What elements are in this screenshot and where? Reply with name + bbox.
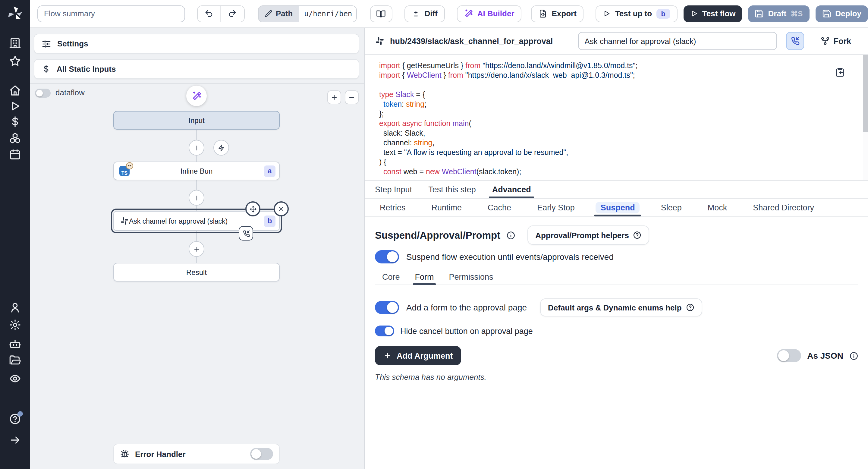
- help-notification-dot: [18, 411, 23, 416]
- flow-node-inline-bun[interactable]: TS Inline Bun a: [113, 162, 280, 180]
- insert-step-button[interactable]: [189, 140, 204, 156]
- play-icon: [9, 100, 21, 112]
- phone-incoming-icon: [242, 229, 250, 237]
- add-form-toggle[interactable]: [375, 301, 399, 314]
- copy-to-clipboard-icon[interactable]: [835, 67, 845, 77]
- tab-permissions[interactable]: Permissions: [449, 270, 493, 285]
- hide-cancel-toggle[interactable]: [375, 325, 394, 336]
- sidebar-item-resources[interactable]: [9, 132, 21, 144]
- pencil-icon: [264, 10, 272, 18]
- flow-node-approval-label: Ask channel for approval (slack): [129, 217, 227, 224]
- arrow-right-icon: [9, 434, 21, 446]
- suspend-approval-toggle-button[interactable]: [786, 32, 804, 50]
- all-static-inputs-button[interactable]: All Static Inputs: [34, 59, 359, 79]
- sidebar-item-schedules[interactable]: [9, 148, 21, 160]
- code-scrollbar-thumb[interactable]: [863, 55, 868, 132]
- export-button[interactable]: Export: [531, 5, 584, 22]
- ai-flow-button[interactable]: [186, 86, 207, 106]
- plus-icon: [193, 144, 200, 152]
- redo-button[interactable]: [221, 6, 244, 22]
- error-handler-toggle[interactable]: [250, 448, 273, 460]
- sidebar-item-help[interactable]: [9, 413, 21, 425]
- tab-shared-directory[interactable]: Shared Directory: [748, 199, 819, 216]
- sidebar-item-users[interactable]: [9, 302, 21, 313]
- as-json-toggle[interactable]: [777, 349, 801, 362]
- dollar-icon: [9, 116, 21, 128]
- redo-icon: [228, 9, 237, 18]
- as-json-label: As JSON: [807, 351, 843, 361]
- undo-redo-group: [197, 5, 244, 22]
- default-args-help-button[interactable]: Default args & Dynamic enums help: [540, 299, 702, 316]
- flow-settings-button[interactable]: Settings: [34, 34, 359, 54]
- draft-button[interactable]: Draft ⌘S: [748, 5, 809, 22]
- zoom-out-button[interactable]: [345, 90, 359, 104]
- windmill-logo[interactable]: [6, 5, 24, 23]
- all-static-inputs-label: All Static Inputs: [57, 64, 116, 73]
- code-editor[interactable]: import { getResumeUrls } from "https://d…: [365, 55, 868, 181]
- play-icon: [603, 10, 611, 18]
- flow-node-result[interactable]: Result: [113, 263, 280, 282]
- sidebar-item-settings[interactable]: [9, 319, 21, 331]
- sidebar-expand-button[interactable]: [9, 434, 21, 446]
- error-handler-row[interactable]: Error Handler: [113, 444, 280, 464]
- tab-early-stop[interactable]: Early Stop: [532, 199, 580, 216]
- step-title-input[interactable]: [578, 32, 777, 50]
- test-up-to-button[interactable]: Test up to b: [596, 5, 678, 22]
- sidebar-item-workspace[interactable]: [9, 37, 21, 49]
- dataflow-label: dataflow: [56, 88, 85, 97]
- path-button[interactable]: Path u/henri/ben: [258, 5, 356, 22]
- insert-step-button[interactable]: [189, 241, 204, 257]
- move-step-button[interactable]: [245, 201, 260, 216]
- flow-node-input[interactable]: Input: [113, 111, 280, 130]
- approval-prompt-helpers-button[interactable]: Approval/Prompt helpers: [527, 225, 650, 245]
- sidebar-item-home[interactable]: [9, 84, 21, 96]
- step-editor-header: hub/2439/slack/ask_channel_for_approval …: [365, 28, 868, 55]
- insert-step-button[interactable]: [189, 190, 204, 206]
- delete-step-button[interactable]: [274, 201, 289, 216]
- tab-step-input[interactable]: Step Input: [375, 181, 412, 198]
- suspend-flow-toggle[interactable]: [375, 250, 399, 263]
- insert-trigger-button[interactable]: [213, 140, 229, 156]
- sidebar-item-favorites[interactable]: [9, 55, 21, 67]
- deploy-button[interactable]: Deploy: [815, 5, 868, 22]
- ai-builder-button[interactable]: AI Builder: [457, 5, 522, 22]
- flow-node-result-label: Result: [186, 268, 207, 276]
- sidebar-item-runs[interactable]: [9, 100, 21, 112]
- flow-summary-input[interactable]: [37, 5, 185, 22]
- tab-mock[interactable]: Mock: [703, 199, 732, 216]
- test-flow-button[interactable]: Test flow: [684, 5, 742, 22]
- sidebar-item-folders[interactable]: [9, 354, 21, 367]
- tab-runtime[interactable]: Runtime: [427, 199, 467, 216]
- bot-icon: [9, 338, 21, 350]
- tab-advanced[interactable]: Advanced: [492, 181, 531, 198]
- tab-cache[interactable]: Cache: [483, 199, 516, 216]
- path-value: u/henri/ben: [299, 6, 356, 22]
- tab-suspend[interactable]: Suspend: [596, 199, 640, 216]
- add-argument-button[interactable]: Add Argument: [375, 346, 461, 365]
- draft-shortcut: ⌘S: [790, 9, 803, 18]
- tab-form[interactable]: Form: [415, 270, 434, 285]
- play-icon: [690, 10, 698, 18]
- sidebar: [0, 0, 30, 469]
- flow-node-approval-selected[interactable]: Ask channel for approval (slack) b: [111, 209, 282, 233]
- tab-test-this-step[interactable]: Test this step: [428, 181, 476, 198]
- docs-button[interactable]: [370, 5, 393, 22]
- undo-button[interactable]: [197, 6, 221, 22]
- fork-button[interactable]: Fork: [820, 36, 851, 46]
- sidebar-item-variables[interactable]: [9, 116, 21, 128]
- tab-core[interactable]: Core: [382, 270, 400, 285]
- sidebar-item-audit-logs[interactable]: [9, 373, 21, 385]
- plus-icon: [193, 245, 200, 253]
- zoom-in-button[interactable]: [327, 90, 341, 104]
- diff-button[interactable]: Diff: [404, 5, 444, 22]
- building-icon: [9, 37, 21, 49]
- path-label: Path: [258, 6, 299, 22]
- info-icon: [506, 230, 516, 240]
- tab-sleep[interactable]: Sleep: [656, 199, 687, 216]
- tab-retries[interactable]: Retries: [375, 199, 410, 216]
- hub-script-path[interactable]: hub/2439/slack/ask_channel_for_approval: [390, 36, 553, 45]
- dataflow-toggle[interactable]: [35, 89, 51, 98]
- suspend-flow-label: Suspend flow execution until events/appr…: [406, 252, 614, 262]
- sidebar-item-workers[interactable]: [9, 338, 21, 350]
- minus-icon: [348, 93, 355, 101]
